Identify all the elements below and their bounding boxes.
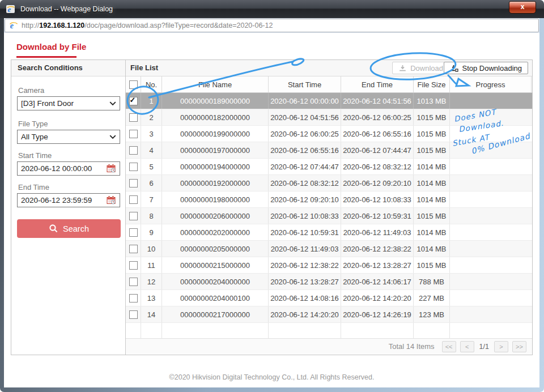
camera-select[interactable]: [D3] Front Door: [17, 96, 120, 110]
row-checkbox[interactable]: [129, 97, 138, 105]
cell-progress: [450, 224, 532, 240]
stop-downloading-button[interactable]: Stop Downloading: [444, 62, 528, 74]
cell-file-size: 1014 MB: [414, 241, 450, 257]
download-button[interactable]: Download: [392, 62, 449, 74]
table-row[interactable]: 13000000002040001002020-06-12 14:08:1620…: [126, 290, 532, 306]
table-row[interactable]: 12000000002040000002020-06-12 13:28:2720…: [126, 274, 532, 290]
row-checkbox-cell[interactable]: [126, 191, 141, 207]
camera-select-value: [D3] Front Door: [21, 99, 109, 108]
table-row[interactable]: 5000000001940000002020-06-12 07:44:47202…: [126, 159, 532, 175]
end-time-input[interactable]: 2020-06-12 23:59:59: [17, 193, 120, 207]
row-checkbox-cell[interactable]: [126, 109, 141, 125]
row-checkbox-cell[interactable]: [126, 93, 141, 109]
row-checkbox[interactable]: [129, 113, 138, 122]
empty-cell: [341, 323, 414, 338]
cell-file-name: 00000000194000000: [162, 159, 269, 174]
empty-cell: [126, 323, 141, 338]
table-row[interactable]: 11000000002150000002020-06-12 12:38:2220…: [126, 257, 532, 274]
row-checkbox-cell[interactable]: [126, 142, 141, 158]
table-row[interactable]: 8000000002060000002020-06-12 10:08:33202…: [126, 208, 532, 224]
row-checkbox[interactable]: [129, 261, 138, 270]
end-time-label: End Time: [18, 183, 49, 191]
table-row[interactable]: 9000000002020000002020-06-12 10:59:31202…: [126, 224, 532, 241]
first-page-button[interactable]: <<: [442, 341, 456, 352]
url-prefix: http://: [22, 22, 39, 29]
row-checkbox[interactable]: [129, 294, 138, 302]
close-button[interactable]: x: [509, 1, 536, 14]
cell-progress: [450, 191, 532, 207]
cell-start-time: 2020-06-12 09:20:10: [269, 191, 341, 207]
chevron-down-icon: [109, 101, 116, 106]
last-page-button[interactable]: >>: [512, 341, 526, 352]
start-time-input[interactable]: 2020-06-12 00:00:00: [17, 161, 120, 176]
table-row[interactable]: 6000000001920000002020-06-12 08:32:12202…: [126, 175, 532, 191]
table-row[interactable]: 14000000002170000002020-06-12 14:20:2020…: [126, 306, 532, 323]
cell-end-time: 2020-06-12 14:20:20: [341, 290, 414, 306]
row-checkbox[interactable]: [129, 245, 138, 253]
file-type-select[interactable]: All Type: [17, 130, 120, 144]
row-checkbox[interactable]: [129, 146, 138, 155]
title-bar: e Download -- Webpage Dialog x: [0, 0, 544, 18]
row-checkbox[interactable]: [129, 163, 138, 171]
page-indicator: 1/1: [479, 343, 489, 351]
dialog-window: e Download -- Webpage Dialog x e http://…: [0, 0, 544, 392]
row-checkbox[interactable]: [129, 212, 138, 220]
table-row[interactable]: 4000000001970000002020-06-12 06:55:16202…: [126, 142, 532, 159]
cell-end-time: 2020-06-12 10:08:33: [341, 191, 414, 207]
table-row[interactable]: 3000000001990000002020-06-12 06:00:25202…: [126, 126, 532, 142]
table-footer: Total 14 Items << < 1/1 > >>: [126, 338, 532, 354]
select-all-checkbox[interactable]: [129, 80, 138, 89]
cell-no: 11: [141, 257, 162, 273]
empty-cell: [141, 323, 162, 338]
chevron-down-icon: [109, 135, 116, 139]
cell-end-time: 2020-06-12 04:51:56: [341, 93, 414, 109]
row-checkbox-cell[interactable]: [126, 159, 141, 174]
cell-end-time: 2020-06-12 09:20:10: [341, 175, 414, 191]
row-checkbox[interactable]: [129, 130, 138, 138]
cell-start-time: 2020-06-12 14:20:20: [269, 306, 341, 322]
tab-download-by-file[interactable]: Download by File: [16, 42, 86, 52]
row-checkbox-cell[interactable]: [126, 208, 141, 224]
tab-underline: [16, 56, 76, 58]
cell-no: 14: [141, 306, 162, 322]
row-checkbox-cell[interactable]: [126, 290, 141, 306]
cell-file-size: 1015 MB: [414, 257, 450, 273]
cell-start-time: 2020-06-12 06:55:16: [269, 142, 341, 158]
total-items-label: Total 14 Items: [389, 342, 435, 351]
file-table-body: 1000000001890000002020-06-12 00:00:00202…: [126, 93, 532, 339]
column-no: No.: [141, 76, 162, 92]
cell-start-time: 2020-06-12 00:00:00: [269, 93, 341, 109]
select-all-cell[interactable]: [126, 76, 141, 92]
address-bar[interactable]: e http://192.168.1.120/doc/page/download…: [5, 19, 539, 32]
row-checkbox-cell[interactable]: [126, 274, 141, 289]
table-row[interactable]: 7000000001980000002020-06-12 09:20:10202…: [126, 191, 532, 208]
row-checkbox[interactable]: [129, 310, 138, 319]
row-checkbox[interactable]: [129, 228, 138, 237]
cell-end-time: 2020-06-12 11:49:03: [341, 224, 414, 240]
row-checkbox-cell[interactable]: [126, 224, 141, 240]
address-bar-row: e http://192.168.1.120/doc/page/download…: [4, 18, 539, 33]
table-row[interactable]: 10000000002050000002020-06-12 11:49:0320…: [126, 241, 532, 257]
calendar-icon[interactable]: [107, 164, 116, 173]
row-checkbox-cell[interactable]: [126, 126, 141, 142]
table-row[interactable]: 1000000001890000002020-06-12 00:00:00202…: [126, 93, 532, 109]
cell-end-time: 2020-06-12 08:32:12: [341, 159, 414, 174]
table-row[interactable]: 2000000001820000002020-06-12 04:51:56202…: [126, 109, 532, 126]
row-checkbox-cell[interactable]: [126, 306, 141, 322]
cell-progress: [450, 126, 532, 142]
calendar-icon[interactable]: [107, 196, 116, 204]
row-checkbox[interactable]: [129, 278, 138, 286]
row-checkbox-cell[interactable]: [126, 241, 141, 257]
row-checkbox-cell[interactable]: [126, 175, 141, 191]
cell-file-name: 00000000198000000: [162, 191, 269, 207]
prev-page-button[interactable]: <: [460, 341, 474, 352]
row-checkbox[interactable]: [129, 179, 138, 188]
row-checkbox[interactable]: [129, 195, 138, 204]
row-checkbox-cell[interactable]: [126, 257, 141, 273]
next-page-button[interactable]: >: [494, 341, 508, 352]
file-type-label: File Type: [18, 120, 48, 128]
cell-end-time: 2020-06-12 06:55:16: [341, 126, 414, 142]
cell-end-time: 2020-06-12 06:00:25: [341, 109, 414, 125]
window-title: Download -- Webpage Dialog: [20, 5, 113, 13]
search-button[interactable]: Search: [17, 219, 121, 238]
